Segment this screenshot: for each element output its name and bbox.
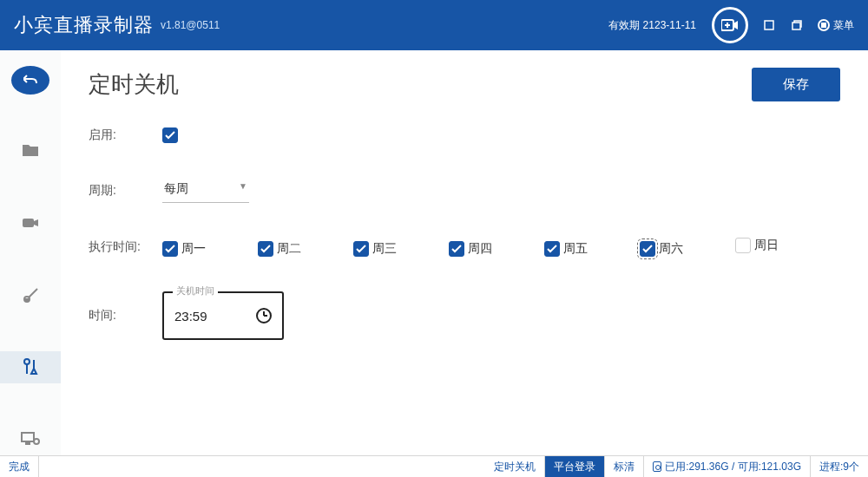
- time-label: 时间:: [89, 308, 162, 323]
- svg-rect-10: [22, 433, 34, 441]
- footer-disk[interactable]: 已用:291.36G / 可用:121.03G: [644, 456, 811, 477]
- svg-rect-5: [23, 219, 34, 227]
- svg-rect-11: [25, 442, 30, 445]
- day-label: 周一: [181, 241, 206, 257]
- day-option-3[interactable]: 周四: [449, 241, 492, 257]
- app-header: 小宾直播录制器 v1.81@0511 有效期 2123-11-11 菜单: [0, 0, 868, 50]
- day-label: 周日: [754, 238, 779, 253]
- day-checkbox[interactable]: [258, 241, 273, 257]
- day-checkbox[interactable]: [735, 238, 751, 253]
- svg-point-8: [24, 359, 30, 364]
- status-bar: 完成 定时关机 平台登录 标清 已用:291.36G / 可用:121.03G …: [0, 455, 868, 477]
- day-label: 周五: [563, 241, 588, 257]
- svg-point-12: [34, 439, 39, 444]
- page-title: 定时关机: [89, 69, 179, 100]
- app-version: v1.81@0511: [161, 19, 220, 31]
- exectime-label: 执行时间:: [89, 239, 162, 255]
- footer-tab-shutdown[interactable]: 定时关机: [485, 456, 545, 477]
- window-restore-icon[interactable]: [790, 20, 802, 30]
- svg-rect-4: [792, 23, 800, 29]
- vacuum-icon: [22, 287, 39, 303]
- footer-quality[interactable]: 标清: [605, 456, 644, 477]
- day-checkbox[interactable]: [162, 241, 178, 257]
- day-option-0[interactable]: 周一: [162, 241, 206, 257]
- day-label: 周三: [372, 241, 397, 257]
- time-caption: 关机时间: [173, 284, 218, 297]
- day-checkbox[interactable]: [544, 241, 560, 257]
- days-container: 周一周二周三周四周五周六周日: [162, 238, 831, 257]
- monitor-icon: [21, 432, 40, 446]
- expiry-text: 有效期 2123-11-11: [608, 18, 696, 33]
- sidebar-item-monitor[interactable]: [0, 423, 61, 455]
- day-label: 周四: [468, 241, 492, 257]
- day-label: 周二: [277, 241, 301, 257]
- cycle-select[interactable]: 每周 ▼: [162, 178, 249, 203]
- sidebar-item-clean[interactable]: [0, 278, 61, 310]
- folder-icon: [22, 143, 39, 157]
- enable-checkbox[interactable]: [162, 127, 178, 143]
- back-icon: [23, 75, 37, 85]
- day-checkbox[interactable]: [449, 241, 464, 257]
- day-option-5[interactable]: 周六: [640, 241, 683, 257]
- day-label: 周六: [659, 241, 683, 257]
- enable-label: 启用:: [89, 127, 162, 143]
- svg-rect-7: [24, 298, 30, 301]
- cycle-label: 周期:: [89, 183, 162, 199]
- disk-icon: [653, 461, 661, 472]
- menu-button[interactable]: 菜单: [818, 18, 854, 33]
- check-icon: [165, 131, 175, 140]
- header-right: 有效期 2123-11-11 菜单: [608, 7, 854, 43]
- day-checkbox[interactable]: [353, 241, 369, 257]
- day-checkbox[interactable]: [640, 241, 655, 257]
- tools-icon: [22, 358, 39, 376]
- time-value: 23:59: [174, 309, 256, 323]
- sidebar-item-settings[interactable]: [0, 351, 61, 383]
- save-button[interactable]: 保存: [752, 68, 840, 101]
- camera-icon: [22, 217, 39, 229]
- day-option-6[interactable]: 周日: [735, 238, 779, 253]
- app-title: 小宾直播录制器: [14, 12, 154, 38]
- window-maximize-icon[interactable]: [764, 20, 774, 30]
- menu-icon: [818, 19, 830, 31]
- day-option-2[interactable]: 周三: [353, 241, 397, 257]
- sidebar-item-camera[interactable]: [0, 206, 61, 238]
- clock-icon: [256, 308, 272, 323]
- day-option-1[interactable]: 周二: [258, 241, 301, 257]
- svg-rect-3: [765, 21, 773, 29]
- footer-tab-login[interactable]: 平台登录: [545, 456, 605, 477]
- chevron-down-icon: ▼: [239, 181, 247, 191]
- content-area: 定时关机 保存 启用: 周期: 每周 ▼ 执行时间: 周一周二周三周四周五周六周…: [61, 50, 868, 455]
- sidebar-item-folder[interactable]: [0, 134, 61, 167]
- sidebar: [0, 50, 61, 455]
- day-option-4[interactable]: 周五: [544, 241, 588, 257]
- footer-process: 进程:9个: [811, 456, 868, 477]
- add-camera-icon: [721, 19, 739, 31]
- add-record-button[interactable]: [712, 7, 748, 43]
- status-text: 完成: [0, 456, 39, 477]
- back-button[interactable]: [11, 66, 49, 95]
- shutdown-time-field[interactable]: 关机时间 23:59: [162, 291, 284, 340]
